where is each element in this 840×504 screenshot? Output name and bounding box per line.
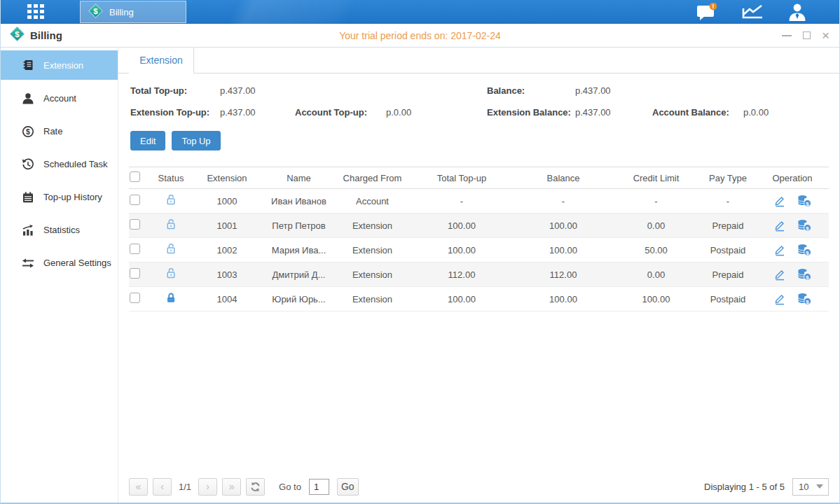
page-indicator: 1/1 xyxy=(179,482,191,492)
extension-balance-label: Extension Balance: xyxy=(487,107,575,118)
row-checkbox[interactable] xyxy=(130,195,140,205)
minimize-button[interactable] xyxy=(782,31,792,41)
svg-text:!: ! xyxy=(712,3,715,10)
sidebar-item-account[interactable]: Account xyxy=(1,82,118,115)
sidebar-item-scheduled-task[interactable]: Scheduled Task xyxy=(1,148,118,181)
total-topup-value: p.437.00 xyxy=(220,85,295,96)
edit-row-icon[interactable] xyxy=(773,244,786,256)
close-button[interactable]: × xyxy=(822,31,829,41)
prev-page-button[interactable]: ‹ xyxy=(153,478,172,496)
balance: - xyxy=(514,189,612,214)
displaying-text: Displaying 1 - 5 of 5 xyxy=(704,482,785,492)
top-up-button[interactable]: Top Up xyxy=(172,131,220,150)
sidebar-label: Account xyxy=(43,93,76,104)
unlocked-icon xyxy=(165,222,177,232)
total-topup: 100.00 xyxy=(409,214,514,238)
pagination-bar: « ‹ 1/1 › » Go to Go Displaying xyxy=(129,472,829,501)
total-topup: 112.00 xyxy=(409,262,514,287)
sidebar-item-statistics[interactable]: Statistics xyxy=(1,214,118,246)
top-up-row-icon[interactable]: $ xyxy=(797,268,811,281)
last-page-button[interactable]: » xyxy=(222,478,241,496)
select-all-checkbox[interactable] xyxy=(130,172,140,182)
goto-label: Go to xyxy=(279,482,301,492)
svg-text:$: $ xyxy=(15,30,20,38)
balance: 100.00 xyxy=(514,287,612,312)
balance-label: Balance: xyxy=(487,85,575,96)
sidebar-item-topup-history[interactable]: Top-up History xyxy=(1,181,118,214)
bar-chart-icon xyxy=(21,223,34,237)
apps-menu-icon[interactable] xyxy=(27,4,48,20)
svg-text:$: $ xyxy=(806,250,809,256)
next-page-button[interactable]: › xyxy=(198,478,217,496)
resource-monitor-icon[interactable] xyxy=(741,4,764,20)
extension-number: 1003 xyxy=(192,262,262,287)
svg-text:$: $ xyxy=(806,225,809,232)
pay-type: Prepaid xyxy=(700,214,756,238)
row-checkbox[interactable] xyxy=(130,244,140,254)
pay-type: Postpaid xyxy=(700,287,756,312)
account-topup-label: Account Top-up: xyxy=(295,107,386,118)
transfer-arrows-icon xyxy=(21,256,34,270)
column-header-credit-limit: Credit Limit xyxy=(612,167,700,189)
pay-type: Postpaid xyxy=(700,238,756,262)
balance-summary: Total Top-up: p.437.00 Balance: p.437.00… xyxy=(130,85,839,118)
svg-text:$: $ xyxy=(93,7,98,15)
extension-number: 1002 xyxy=(192,238,262,262)
row-checkbox[interactable] xyxy=(130,219,140,230)
sidebar-item-general-settings[interactable]: General Settings xyxy=(1,246,118,279)
balance: 100.00 xyxy=(514,214,612,238)
edit-row-icon[interactable] xyxy=(773,293,786,305)
credit-limit: 100.00 xyxy=(612,287,700,312)
row-checkbox[interactable] xyxy=(130,268,140,279)
top-up-row-icon[interactable]: $ xyxy=(797,244,811,256)
first-page-button[interactable]: « xyxy=(129,478,148,496)
goto-page-input[interactable] xyxy=(309,479,329,495)
tab-extension[interactable]: Extension xyxy=(129,48,194,74)
credit-limit: 0.00 xyxy=(612,214,700,238)
row-checkbox[interactable] xyxy=(130,293,140,303)
unlocked-icon xyxy=(165,246,177,257)
extension-table: Status Extension Name Charged From Total… xyxy=(129,167,829,312)
window-controls: × xyxy=(782,31,829,41)
edit-row-icon[interactable] xyxy=(773,268,786,281)
dollar-circle-icon: $ xyxy=(21,125,34,138)
desktop-topbar: $ Billing ! xyxy=(1,0,839,24)
taskbar-tab-billing[interactable]: $ Billing xyxy=(80,1,186,23)
edit-button[interactable]: Edit xyxy=(130,131,165,150)
sidebar-item-rate[interactable]: $ Rate xyxy=(1,115,118,148)
extension-name: Юрий Юрь... xyxy=(262,287,336,312)
svg-text:$: $ xyxy=(806,201,809,207)
window-title: Billing xyxy=(30,29,62,41)
sidebar-label: Extension xyxy=(43,60,83,71)
notifications-icon[interactable]: ! xyxy=(696,3,718,21)
ledger-icon xyxy=(21,59,34,72)
extension-topup-value: p.437.00 xyxy=(220,107,295,118)
edit-row-icon[interactable] xyxy=(773,219,786,232)
sidebar-label: Statistics xyxy=(43,225,80,235)
top-up-row-icon[interactable]: $ xyxy=(797,219,811,232)
column-header-operation: Operation xyxy=(756,167,829,189)
user-account-icon[interactable] xyxy=(787,3,807,21)
chevron-down-icon xyxy=(816,484,823,489)
extension-topup-label: Extension Top-up: xyxy=(130,107,220,118)
page-size-select[interactable]: 10 xyxy=(792,478,829,496)
pay-type: Prepaid xyxy=(700,262,756,287)
top-up-row-icon[interactable]: $ xyxy=(797,195,811,207)
total-topup: - xyxy=(409,189,514,214)
extension-number: 1001 xyxy=(192,214,262,238)
locked-icon xyxy=(165,295,177,306)
go-button[interactable]: Go xyxy=(337,478,359,496)
person-icon xyxy=(21,92,34,105)
table-row: 1004 Юрий Юрь... Extension 100.00 100.00… xyxy=(129,287,829,312)
extension-name: Иван Иванов xyxy=(262,189,336,214)
charged-from: Extension xyxy=(336,214,409,238)
balance: 100.00 xyxy=(514,238,612,262)
maximize-button[interactable] xyxy=(803,31,811,41)
edit-row-icon[interactable] xyxy=(773,195,786,207)
top-up-row-icon[interactable]: $ xyxy=(797,293,811,305)
refresh-button[interactable] xyxy=(246,478,265,496)
table-row: 1000 Иван Иванов Account - - - - $ xyxy=(129,189,829,214)
charged-from: Account xyxy=(336,189,409,214)
column-header-balance: Balance xyxy=(514,167,612,189)
sidebar-item-extension[interactable]: Extension xyxy=(1,50,118,80)
